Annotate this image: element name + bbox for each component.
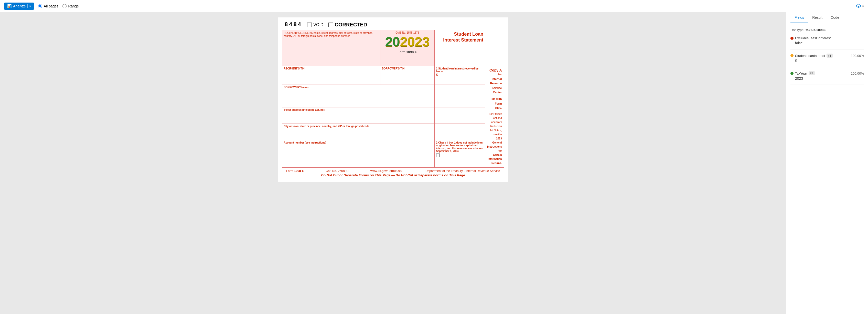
copy-a-for-label: For: [498, 73, 502, 76]
bottom-form-ref: Form 1098-E: [286, 169, 304, 173]
city-cell: City or town, state or province, country…: [282, 123, 434, 140]
borrower-name-label: BORROWER'S name: [284, 86, 433, 89]
street-row: Street address (including apt. no.): [282, 107, 504, 123]
file-with-label: File with Form 1096.: [491, 97, 502, 110]
doctype-row: DocType: tax.us.1098E: [790, 27, 864, 32]
borrower-tin-label: BORROWER'S TIN: [382, 67, 433, 70]
analyze-chevron[interactable]: ▾: [27, 4, 31, 8]
field-student-loan: StudentLoanInterest #1 100.00% $: [790, 54, 864, 67]
field-tax-year-name-group: TaxYear #1: [790, 71, 815, 75]
doctype-label: DocType:: [790, 28, 805, 32]
street-right-cell: [434, 107, 485, 123]
borrower-name-cell: BORROWER'S name: [282, 85, 434, 107]
form-number: 8484: [285, 22, 302, 28]
copy-a-irs: Internal RevenueService Center: [490, 78, 502, 94]
copy-a-cell: Copy A For Internal RevenueService Cente…: [485, 66, 504, 168]
street-cell: Street address (including apt. no.): [282, 107, 434, 123]
student-loan-confidence: 100.00%: [851, 54, 864, 58]
doctype-value: tax.us.1098E: [806, 28, 826, 32]
copy-a-for: For Internal RevenueService Center: [487, 72, 502, 95]
privacy-text: For Privacy Act andPaperwork ReductionAc…: [487, 112, 502, 165]
copy-a-file: File with Form 1096.: [487, 97, 502, 111]
svg-marker-0: [857, 4, 861, 7]
form-title: Student Loan Interest Statement: [436, 31, 484, 43]
topbar-right: ▾: [856, 4, 864, 9]
field-excludes-fees: ExcludesFeesOrInterest false: [790, 36, 864, 50]
right-panel: Fields Result Code DocType: tax.us.1098E…: [786, 12, 868, 314]
field-name-group: ExcludesFeesOrInterest: [790, 36, 831, 40]
year-cell: OMB No. 1545-1576 202023 Form 1098-E: [380, 30, 434, 66]
dept-label: Department of the Treasury - Internal Re…: [426, 169, 500, 173]
range-option[interactable]: Range: [62, 4, 79, 8]
box1-cell: 1 Student loan interest received by lend…: [434, 66, 485, 85]
layers-chevron[interactable]: ▾: [862, 4, 864, 8]
chart-icon: 📊: [7, 4, 11, 8]
tax-year-value: 2023: [790, 76, 864, 81]
account-label: Account number (see instructions): [284, 141, 433, 144]
field-tax-year: TaxYear #1 100.00% 2023: [790, 71, 864, 85]
year-badge: 202023: [385, 35, 430, 49]
title-cell: Student Loan Interest Statement: [434, 30, 485, 66]
account-row: Account number (see instructions) 2 Chec…: [282, 140, 504, 168]
bottom-bar-top: Form 1098-E Cat. No. 25088U www.irs.gov/…: [286, 169, 500, 173]
borrower-name-row: BORROWER'S name: [282, 85, 504, 107]
tab-result[interactable]: Result: [808, 12, 827, 23]
account-cell: Account number (see instructions): [282, 140, 434, 168]
box2-cell: 2 Check if box 1 does not include loan o…: [434, 140, 485, 168]
field-excludes-fees-header: ExcludesFeesOrInterest: [790, 36, 864, 40]
document-area: 8484 VOID CORRECTED RECIPIENT'S/LENDER'S…: [0, 12, 786, 314]
tax-year-confidence: 100.00%: [851, 72, 864, 75]
bottom-bar: Form 1098-E Cat. No. 25088U www.irs.gov/…: [282, 168, 504, 178]
corrected-checkbox[interactable]: [329, 23, 333, 27]
box2-checkbox[interactable]: [436, 153, 440, 157]
box2-label: 2 Check if box 1 does not include loan o…: [436, 141, 484, 152]
copy-a-title: Copy A: [487, 68, 502, 72]
tab-fields[interactable]: Fields: [790, 12, 808, 23]
analyze-button[interactable]: 📊 Analyze ▾: [4, 3, 34, 10]
borrower-tin-cell: BORROWER'S TIN: [380, 66, 434, 85]
bottom-form-id: 1098-E: [294, 169, 304, 173]
layers-icon[interactable]: ▾: [856, 4, 864, 9]
tin-row: RECIPIENT'S TIN BORROWER'S TIN 1 Student…: [282, 66, 504, 85]
city-label: City or town, state or province, country…: [284, 125, 433, 127]
website: www.irs.gov/Form1098E: [370, 169, 404, 173]
range-radio[interactable]: [62, 4, 67, 8]
all-pages-label: All pages: [44, 4, 59, 8]
year-20: 20: [385, 34, 400, 49]
tax-year-dot: [790, 72, 794, 75]
top-bar: 📊 Analyze ▾ All pages Range ▾: [0, 0, 868, 12]
corrected-label: CORRECTED: [335, 22, 367, 28]
student-loan-dot: [790, 54, 794, 57]
all-pages-option[interactable]: All pages: [38, 4, 59, 8]
void-check-group: VOID: [307, 23, 323, 27]
field-tax-year-header: TaxYear #1 100.00%: [790, 71, 864, 75]
do-not-cut: Do Not Cut or Separate Forms on This Pag…: [286, 173, 500, 177]
recipient-tin-cell: RECIPIENT'S TIN: [282, 66, 380, 85]
form-id-bottom: Form 1098-E: [382, 50, 433, 54]
panel-content: DocType: tax.us.1098E ExcludesFeesOrInte…: [786, 23, 868, 93]
tax-year-name: TaxYear: [795, 72, 807, 75]
student-loan-value: $: [790, 59, 864, 63]
omb-label: OMB No. 1545-1576: [382, 31, 433, 34]
cat-no: Cat. No. 25088U: [326, 169, 349, 173]
box1-label: 1 Student loan interest received by lend…: [436, 67, 484, 73]
panel-tabs: Fields Result Code: [786, 12, 868, 23]
form-header-row: 8484 VOID CORRECTED: [282, 22, 504, 28]
field-student-loan-header: StudentLoanInterest #1 100.00%: [790, 54, 864, 58]
excludes-fees-value: false: [790, 41, 864, 45]
tax-year-tag: #1: [809, 71, 815, 75]
tab-code[interactable]: Code: [827, 12, 843, 23]
excludes-fees-dot: [790, 37, 794, 40]
city-right-cell: [434, 123, 485, 140]
lender-cell: RECIPIENT'S/LENDER'S name, street addres…: [282, 30, 380, 66]
corrected-check-group: CORRECTED: [329, 22, 367, 28]
box1-extended-cell: [434, 85, 485, 107]
street-label: Street address (including apt. no.): [284, 108, 433, 111]
analyze-label: Analyze: [13, 4, 26, 8]
header-row: RECIPIENT'S/LENDER'S name, street addres…: [282, 30, 504, 66]
city-row: City or town, state or province, country…: [282, 123, 504, 140]
year-23: 2023: [400, 34, 430, 49]
void-checkbox[interactable]: [307, 23, 312, 27]
all-pages-radio[interactable]: [38, 4, 42, 8]
form-container: 8484 VOID CORRECTED RECIPIENT'S/LENDER'S…: [278, 18, 508, 182]
